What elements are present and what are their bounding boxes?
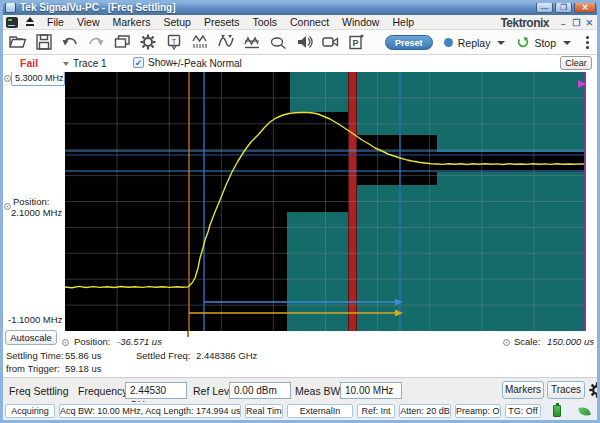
ref-status: Ref: Int	[357, 404, 395, 418]
open-icon[interactable]	[7, 32, 28, 53]
h-position-value[interactable]: -36.571 us	[117, 336, 162, 347]
workspace: 5.3000 MHz Position: 2.1000 MHz -1.1000 …	[3, 72, 597, 377]
status-bar: Acquiring Acq BW: 10.00 MHz, Acq Length:…	[3, 402, 597, 420]
frequency-field[interactable]: 2.44530 GHz	[125, 382, 187, 399]
vertical-position-value[interactable]: 2.1000 MHz	[11, 207, 62, 218]
time-overview-icon[interactable]	[241, 32, 262, 53]
title-bar: Tek SignalVu-PC - [Freq Settling] — ❐ ✕	[0, 0, 600, 15]
realtime-status: Real Time	[245, 404, 283, 418]
menu-bar: File View Markers Setup Presets Tools Co…	[3, 15, 597, 30]
tg-status: TG: Off	[505, 404, 541, 418]
from-trigger-value: 59.18 us	[65, 363, 101, 374]
stop-run-icon	[516, 36, 529, 49]
adjust-knob-icon[interactable]	[4, 203, 11, 210]
settling-graph[interactable]	[65, 72, 586, 331]
h-scale-label: Scale:	[514, 336, 540, 347]
menu-view[interactable]: View	[77, 16, 100, 28]
svg-text:P: P	[352, 38, 358, 48]
redo-icon[interactable]	[85, 32, 106, 53]
atten-status: Atten: 20 dB	[399, 404, 451, 418]
menu-connect[interactable]: Connect	[290, 16, 329, 28]
settling-time-label: Settling Time:	[6, 350, 64, 361]
menu-presets[interactable]: Presets	[204, 16, 240, 28]
audio-icon[interactable]	[293, 32, 314, 53]
replay-button[interactable]: Replay	[458, 37, 491, 49]
tektronix-logo: Tektronix	[500, 16, 549, 30]
document-icon[interactable]	[6, 17, 18, 28]
spectrum-icon[interactable]	[189, 32, 210, 53]
vertical-max-field[interactable]: 5.3000 MHz	[11, 71, 65, 86]
camera-icon[interactable]	[319, 32, 340, 53]
maximize-button[interactable]: ❐	[555, 2, 572, 13]
displays-icon[interactable]	[111, 32, 132, 53]
trace-selector[interactable]: Trace 1	[63, 58, 107, 69]
measurement-bar: Freq Settling Frequency 2.44530 GHz Ref …	[3, 377, 597, 402]
adjust-knob-icon[interactable]	[503, 339, 510, 346]
markers-button[interactable]: Markers	[502, 381, 544, 399]
chevron-down-icon	[63, 62, 69, 66]
vertical-min-label: -1.1000 MHz	[8, 314, 62, 325]
close-button[interactable]: ✕	[574, 2, 596, 13]
traces-button[interactable]: Traces	[547, 381, 585, 399]
main-toolbar: T P Preset Replay Stop	[3, 30, 597, 55]
status-badge: Fail	[20, 57, 38, 69]
signalvu-window: Tek SignalVu-PC - [Freq Settling] — ❐ ✕ …	[0, 0, 600, 423]
battery-icon	[553, 405, 561, 417]
trace-bar: Fail Trace 1 ✓ Show +/-Peak Normal Clear	[3, 55, 597, 72]
settling-time-value: 55.86 us	[65, 350, 101, 361]
menu-help[interactable]: Help	[392, 16, 414, 28]
ref-lev-label: Ref Lev	[193, 385, 229, 397]
marker-note-icon[interactable]: T	[163, 32, 184, 53]
input-source: ExternalIn	[287, 404, 353, 418]
vertical-position-label: Position:	[13, 196, 49, 207]
minimize-button[interactable]: —	[536, 2, 553, 13]
settings-gear-icon[interactable]	[137, 32, 158, 53]
menu-file[interactable]: File	[47, 16, 64, 28]
measurement-name: Freq Settling	[9, 385, 69, 397]
menu-setup[interactable]: Setup	[163, 16, 190, 28]
preamp-status: Preamp: Off	[455, 404, 501, 418]
more-options-icon[interactable]	[586, 36, 589, 49]
acq-settings: Acq BW: 10.00 MHz, Acq Length: 174.994 u…	[59, 404, 241, 418]
window-title: Tek SignalVu-PC - [Freq Settling]	[20, 2, 176, 13]
h-scale-value[interactable]: 150.000 us	[547, 336, 594, 347]
save-icon[interactable]	[33, 32, 54, 53]
meas-bw-label: Meas BW	[295, 385, 341, 397]
preset-button[interactable]: Preset	[385, 35, 433, 50]
settled-freq-label: Settled Freq:	[136, 350, 190, 361]
connection-icon	[578, 405, 591, 416]
ref-lev-field[interactable]: 0.00 dBm	[229, 382, 291, 399]
adjust-knob-icon[interactable]	[62, 339, 69, 346]
undo-icon[interactable]	[59, 32, 80, 53]
clear-button[interactable]: Clear	[560, 56, 592, 70]
detection-mode-label: +/-Peak Normal	[172, 58, 242, 69]
menu-window[interactable]: Window	[342, 16, 379, 28]
stop-dropdown-icon[interactable]	[563, 41, 571, 45]
adjust-knob-icon[interactable]	[4, 75, 11, 82]
h-position-label: Position:	[74, 336, 110, 347]
frequency-label: Frequency	[78, 385, 128, 397]
waveform-icon[interactable]	[215, 32, 236, 53]
meas-bw-field[interactable]: 10.00 MHz	[340, 382, 402, 399]
menu-tools[interactable]: Tools	[252, 16, 277, 28]
menu-markers[interactable]: Markers	[113, 16, 151, 28]
touch-icon[interactable]	[267, 32, 288, 53]
settled-freq-value: 2.448386 GHz	[196, 350, 257, 361]
replay-dropdown-icon[interactable]	[497, 41, 505, 45]
acquire-status: Acquiring	[5, 404, 55, 418]
show-label: Show	[148, 57, 173, 68]
settings-gear-icon[interactable]	[588, 381, 600, 403]
replay-icon	[444, 38, 453, 47]
svg-text:T: T	[171, 37, 176, 46]
eject-icon[interactable]	[25, 17, 35, 27]
show-checkbox[interactable]: ✓	[133, 57, 144, 68]
from-trigger-label: from Trigger:	[6, 363, 60, 374]
stop-button[interactable]: Stop	[534, 37, 556, 49]
preset-plus-icon[interactable]: P	[345, 32, 366, 53]
app-icon	[5, 2, 16, 13]
